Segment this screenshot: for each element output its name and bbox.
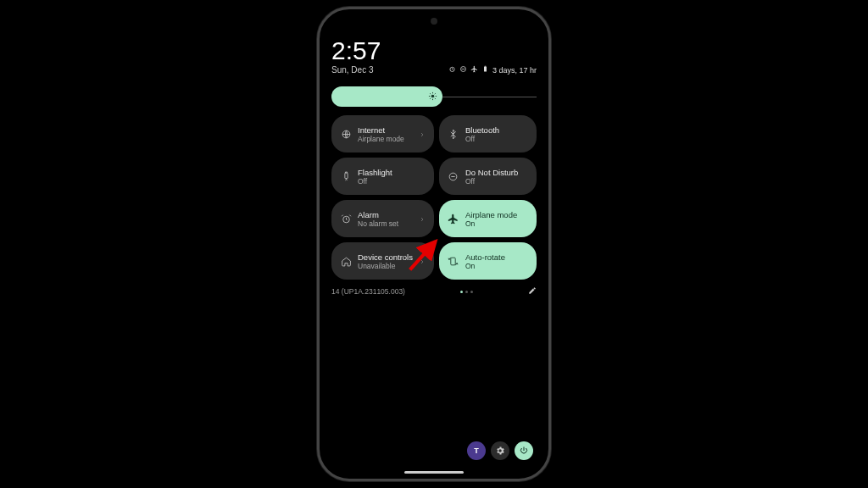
- tile-bluetooth[interactable]: BluetoothOff: [439, 115, 537, 152]
- clock: 2:57: [331, 38, 381, 64]
- svg-rect-9: [451, 258, 455, 265]
- tiles-grid: InternetAirplane modeBluetoothOffFlashli…: [331, 115, 537, 280]
- status-icons: 3 days, 17 hr: [448, 65, 537, 75]
- tile-title: Auto-rotate: [465, 252, 528, 262]
- tile-internet[interactable]: InternetAirplane mode: [331, 115, 434, 152]
- phone-frame: 2:57 Sun, Dec 3 3 days, 17 hr InternetAi…: [317, 7, 551, 481]
- pager-dot[interactable]: [460, 291, 463, 293]
- alarm-icon: [340, 214, 352, 225]
- pager-dot[interactable]: [470, 291, 473, 293]
- tile-sub: Airplane mode: [358, 135, 413, 143]
- svg-rect-3: [485, 66, 487, 67]
- airplane-status-icon: [470, 65, 478, 75]
- tile-flash[interactable]: FlashlightOff: [331, 158, 434, 195]
- flash-icon: [340, 171, 352, 182]
- svg-rect-2: [484, 67, 487, 72]
- tile-sub: Off: [358, 177, 426, 186]
- status-row: 2:57 Sun, Dec 3 3 days, 17 hr: [331, 38, 537, 75]
- home-indicator[interactable]: [404, 471, 464, 474]
- chevron-right-icon: [419, 253, 426, 269]
- home-icon: [340, 256, 352, 267]
- tile-title: Airplane mode: [465, 210, 528, 219]
- brightness-icon: [428, 89, 437, 104]
- tile-sub: On: [465, 262, 528, 270]
- plane-icon: [448, 214, 459, 225]
- tile-sub: On: [465, 219, 528, 228]
- tile-rotate[interactable]: Auto-rotateOn: [439, 242, 537, 280]
- tile-title: Device controls: [358, 252, 413, 262]
- pager-dot[interactable]: [465, 291, 468, 293]
- tile-title: Flashlight: [358, 168, 426, 177]
- user-button[interactable]: T: [467, 441, 486, 460]
- date: Sun, Dec 3: [331, 65, 381, 75]
- tile-sub: Unavailable: [358, 262, 413, 270]
- brightness-slider[interactable]: [331, 86, 537, 107]
- build-text: 14 (UP1A.231105.003): [331, 287, 405, 296]
- dnd-icon: [448, 171, 459, 182]
- alarm-status-icon: [448, 65, 456, 75]
- tile-device[interactable]: Device controlsUnavailable: [331, 242, 434, 280]
- tile-title: Do Not Disturb: [465, 168, 528, 177]
- dnd-status-icon: [459, 65, 467, 75]
- tile-title: Alarm: [358, 210, 413, 219]
- rotate-icon: [448, 256, 459, 267]
- globe-icon: [340, 129, 352, 140]
- svg-rect-6: [344, 173, 347, 179]
- bottom-actions: T: [467, 441, 533, 460]
- power-button[interactable]: [515, 441, 533, 460]
- tile-title: Bluetooth: [465, 125, 528, 135]
- tile-alarm[interactable]: AlarmNo alarm set: [331, 200, 434, 237]
- qs-footer: 14 (UP1A.231105.003): [331, 286, 537, 297]
- tile-sub: Off: [465, 135, 528, 143]
- pager-dots[interactable]: [460, 291, 473, 293]
- tile-sub: Off: [465, 177, 528, 186]
- tile-title: Internet: [358, 125, 413, 135]
- tile-sub: No alarm set: [358, 219, 413, 228]
- bt-icon: [448, 129, 459, 140]
- chevron-right-icon: [419, 126, 426, 141]
- settings-button[interactable]: [491, 441, 509, 460]
- edit-icon[interactable]: [528, 286, 537, 297]
- tile-airplane[interactable]: Airplane modeOn: [439, 200, 537, 237]
- battery-text: 3 days, 17 hr: [492, 66, 537, 75]
- battery-icon: [481, 65, 489, 75]
- tile-dnd[interactable]: Do Not DisturbOff: [439, 158, 537, 195]
- chevron-right-icon: [419, 211, 426, 226]
- quick-settings-panel: 2:57 Sun, Dec 3 3 days, 17 hr InternetAi…: [320, 9, 548, 479]
- svg-point-4: [431, 95, 434, 98]
